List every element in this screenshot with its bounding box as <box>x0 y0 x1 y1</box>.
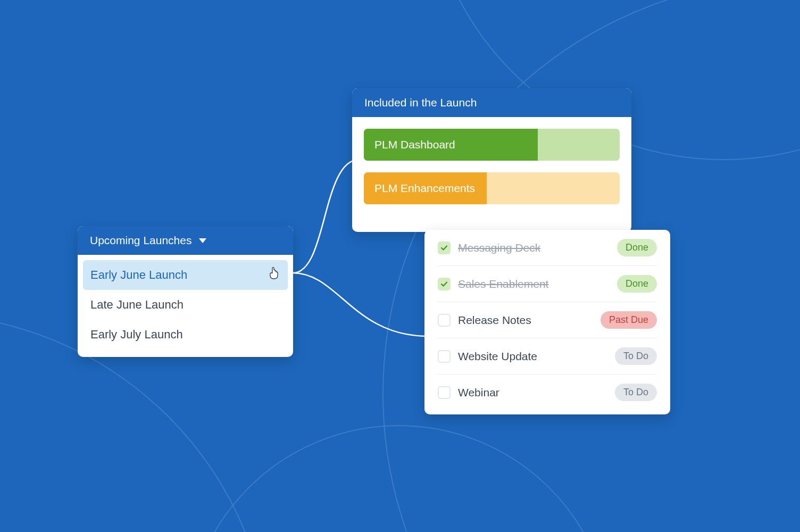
task-checkbox[interactable] <box>438 242 451 254</box>
dropdown-list: Early June Launch Late June Launch Early… <box>78 255 293 357</box>
dropdown-item-label: Early June Launch <box>90 268 187 281</box>
task-row-webinar: Webinar To Do <box>438 375 657 410</box>
status-badge: To Do <box>615 347 657 365</box>
progress-label: PLM Enhancements <box>364 172 620 204</box>
task-label: Messaging Deck <box>458 242 610 254</box>
dropdown-item-early-july[interactable]: Early July Launch <box>83 320 288 350</box>
upcoming-launches-dropdown: Upcoming Launches Early June Launch Late… <box>78 226 293 357</box>
check-icon <box>440 244 448 252</box>
chevron-down-icon <box>199 238 206 243</box>
status-badge: Past Due <box>601 311 657 329</box>
svg-point-3 <box>186 426 612 532</box>
launch-contents-panel: Included in the Launch PLM Dashboard PLM… <box>352 88 631 232</box>
progress-row-plm-dashboard[interactable]: PLM Dashboard <box>364 129 620 161</box>
launch-panel-body: PLM Dashboard PLM Enhancements <box>352 117 631 232</box>
task-checkbox[interactable] <box>438 350 451 363</box>
dropdown-title: Upcoming Launches <box>90 234 191 247</box>
launch-panel-title: Included in the Launch <box>364 96 477 109</box>
progress-label: PLM Dashboard <box>364 129 620 161</box>
task-row-sales-enablement: Sales Enablement Done <box>438 266 657 302</box>
task-label: Website Update <box>458 350 607 363</box>
pointer-cursor-icon <box>269 267 279 283</box>
dropdown-item-late-june[interactable]: Late June Launch <box>83 290 288 320</box>
task-row-release-notes: Release Notes Past Due <box>438 302 657 338</box>
dropdown-item-label: Late June Launch <box>90 298 184 311</box>
task-label: Webinar <box>458 386 607 399</box>
task-checkbox[interactable] <box>438 386 451 399</box>
task-checkbox[interactable] <box>438 278 451 290</box>
task-row-messaging-deck: Messaging Deck Done <box>438 230 657 266</box>
tasks-panel: Messaging Deck Done Sales Enablement Don… <box>424 230 670 414</box>
task-checkbox[interactable] <box>438 314 451 327</box>
status-badge: Done <box>617 275 657 293</box>
dropdown-item-early-june[interactable]: Early June Launch <box>83 260 288 290</box>
task-row-website-update: Website Update To Do <box>438 338 657 375</box>
task-label: Sales Enablement <box>458 278 610 290</box>
status-badge: To Do <box>615 384 657 401</box>
dropdown-item-label: Early July Launch <box>90 328 183 341</box>
progress-row-plm-enhancements[interactable]: PLM Enhancements <box>364 172 620 204</box>
dropdown-header[interactable]: Upcoming Launches <box>78 226 293 255</box>
status-badge: Done <box>617 239 657 256</box>
launch-panel-header: Included in the Launch <box>352 88 631 117</box>
task-label: Release Notes <box>458 314 593 327</box>
check-icon <box>440 280 448 288</box>
